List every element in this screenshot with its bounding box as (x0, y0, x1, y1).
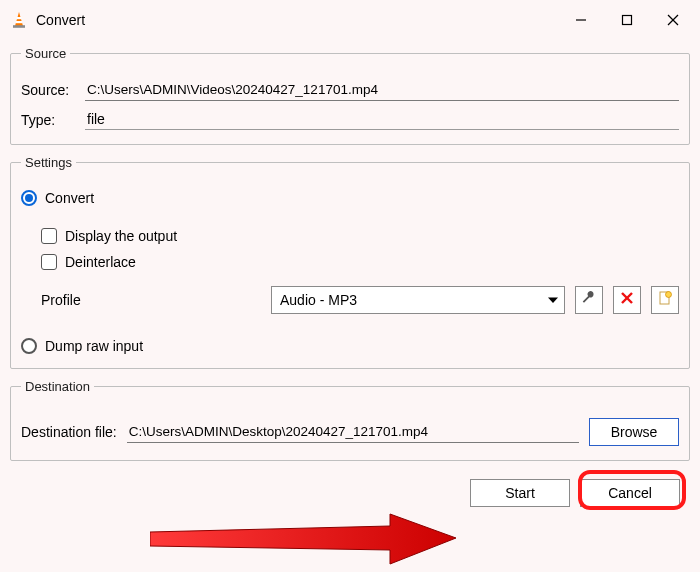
destination-file-label: Destination file: (21, 424, 117, 440)
type-value: file (85, 109, 679, 130)
source-label: Source: (21, 82, 77, 98)
edit-profile-button[interactable] (575, 286, 603, 314)
start-button[interactable]: Start (470, 479, 570, 507)
svg-rect-5 (623, 16, 632, 25)
checkbox-off-icon (41, 254, 57, 270)
chevron-down-icon (548, 292, 558, 308)
svg-marker-13 (150, 514, 456, 564)
display-output-label: Display the output (65, 228, 177, 244)
source-legend: Source (21, 46, 70, 61)
minimize-button[interactable] (558, 4, 604, 36)
dump-raw-radio[interactable]: Dump raw input (21, 338, 679, 354)
new-profile-button[interactable] (651, 286, 679, 314)
vlc-icon (10, 11, 28, 29)
dump-raw-label: Dump raw input (45, 338, 143, 354)
type-label: Type: (21, 112, 77, 128)
titlebar: Convert (0, 0, 700, 40)
checkbox-off-icon (41, 228, 57, 244)
window-title: Convert (36, 12, 558, 28)
profile-combobox[interactable]: Audio - MP3 (271, 286, 565, 314)
delete-profile-button[interactable] (613, 286, 641, 314)
profile-label: Profile (41, 292, 261, 308)
close-button[interactable] (650, 4, 696, 36)
settings-legend: Settings (21, 155, 76, 170)
radio-on-icon (21, 190, 37, 206)
destination-legend: Destination (21, 379, 94, 394)
svg-point-12 (666, 292, 672, 298)
profile-value: Audio - MP3 (280, 292, 357, 308)
browse-button[interactable]: Browse (589, 418, 679, 446)
deinterlace-label: Deinterlace (65, 254, 136, 270)
settings-group: Settings Convert Display the output Dein… (10, 155, 690, 369)
svg-rect-2 (16, 21, 22, 23)
destination-file-input[interactable] (127, 421, 579, 443)
maximize-button[interactable] (604, 4, 650, 36)
destination-group: Destination Destination file: Browse (10, 379, 690, 461)
svg-rect-3 (13, 25, 25, 28)
svg-rect-1 (17, 17, 22, 19)
wrench-icon (581, 290, 597, 310)
convert-radio-label: Convert (45, 190, 94, 206)
cancel-button[interactable]: Cancel (580, 479, 680, 507)
svg-marker-8 (548, 298, 558, 304)
display-output-checkbox[interactable]: Display the output (41, 228, 679, 244)
deinterlace-checkbox[interactable]: Deinterlace (41, 254, 679, 270)
radio-off-icon (21, 338, 37, 354)
source-group: Source Source: Type: file (10, 46, 690, 145)
source-path-input[interactable] (85, 79, 679, 101)
x-icon (620, 291, 634, 309)
new-document-icon (657, 290, 673, 310)
convert-radio[interactable]: Convert (21, 190, 679, 206)
annotation-arrow (150, 510, 460, 570)
